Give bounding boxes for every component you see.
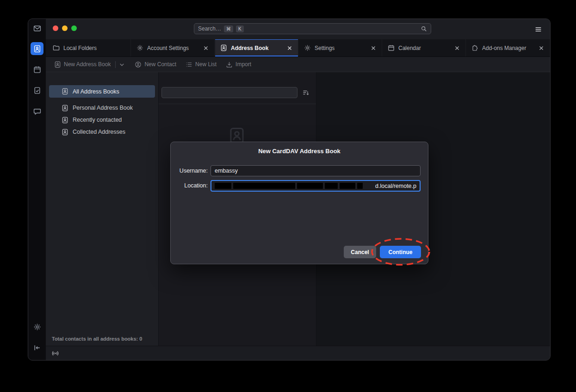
- gear-icon: [33, 323, 41, 331]
- address-book-toolbar: New Address Book New Contact New List Im…: [46, 57, 550, 72]
- search-icon: [421, 25, 427, 32]
- account-settings-icon: [136, 44, 143, 51]
- list-icon: [186, 61, 192, 68]
- tab-label: Address Book: [231, 45, 283, 51]
- thunderbird-window: Search… ⌘ K Local Folders Account Settin…: [28, 19, 551, 361]
- traffic-lights: [53, 25, 77, 31]
- tab-strip: Local Folders Account Settings Address B…: [46, 39, 550, 57]
- new-contact-label: New Contact: [144, 61, 176, 68]
- gear-icon: [304, 44, 311, 51]
- new-list-button[interactable]: New List: [186, 61, 217, 68]
- address-book-icon: [62, 117, 68, 124]
- mail-icon: [33, 25, 41, 32]
- continue-button[interactable]: Continue: [380, 246, 421, 258]
- import-button[interactable]: Import: [226, 61, 251, 68]
- space-settings[interactable]: [31, 320, 43, 333]
- chat-icon: [33, 107, 41, 115]
- book-row-label: Recently contacted: [73, 117, 122, 123]
- address-books-list: All Address Books Personal Address Book …: [46, 72, 158, 138]
- close-tab-icon[interactable]: [370, 45, 377, 51]
- cancel-button[interactable]: Cancel: [344, 246, 376, 258]
- tab-local-folders[interactable]: Local Folders: [48, 39, 131, 56]
- zoom-window-button[interactable]: [71, 25, 77, 31]
- book-row-all-address-books[interactable]: All Address Books: [49, 85, 155, 98]
- tab-addons-manager[interactable]: Add-ons Manager: [466, 39, 550, 56]
- calendar-icon: [33, 66, 41, 74]
- global-search-placeholder: Search…: [198, 25, 221, 32]
- new-contact-button[interactable]: New Contact: [135, 61, 176, 68]
- space-address-book[interactable]: [31, 42, 43, 55]
- address-book-icon: [220, 44, 227, 51]
- book-row-recently-contacted[interactable]: Recently contacted: [49, 114, 155, 126]
- new-address-book-button[interactable]: New Address Book: [54, 61, 125, 68]
- tab-calendar[interactable]: Calendar: [383, 39, 466, 56]
- screen: Search… ⌘ K Local Folders Account Settin…: [0, 0, 576, 392]
- redaction-bar: [297, 183, 323, 189]
- spaces-toolbar: [28, 19, 46, 360]
- address-book-icon: [62, 129, 68, 136]
- global-search-field[interactable]: Search… ⌘ K: [194, 23, 431, 34]
- collapse-icon: [33, 344, 41, 352]
- new-list-label: New List: [195, 61, 217, 68]
- address-book-icon: [33, 45, 41, 53]
- folder-icon: [53, 44, 60, 51]
- redaction-bar: [233, 183, 295, 189]
- address-book-icon: [54, 61, 61, 68]
- app-menu-button[interactable]: [534, 25, 542, 33]
- redaction-bar: [215, 183, 231, 189]
- tab-account-settings[interactable]: Account Settings: [131, 39, 215, 56]
- location-input[interactable]: d.local/remote.p: [211, 180, 421, 192]
- book-row-collected-addresses[interactable]: Collected Addresses: [49, 126, 155, 138]
- tab-label: Account Settings: [147, 45, 199, 51]
- chevron-down-icon[interactable]: [118, 61, 125, 68]
- book-row-label: Personal Address Book: [73, 105, 133, 111]
- collapse-spaces-button[interactable]: [31, 341, 43, 354]
- book-row-personal[interactable]: Personal Address Book: [49, 102, 155, 114]
- address-book-icon: [62, 105, 68, 112]
- tab-label: Calendar: [398, 45, 450, 51]
- puzzle-icon: [471, 44, 478, 51]
- tab-label: Local Folders: [63, 45, 125, 51]
- total-contacts-status: Total contacts in all address books: 0: [52, 336, 142, 342]
- network-status-icon[interactable]: [51, 349, 59, 357]
- tab-label: Settings: [315, 45, 366, 51]
- close-tab-icon[interactable]: [203, 45, 209, 51]
- username-input[interactable]: [211, 165, 421, 176]
- address-books-pane: All Address Books Personal Address Book …: [46, 72, 159, 346]
- contacts-search-input[interactable]: [161, 87, 297, 98]
- redaction-bar: [325, 183, 338, 189]
- book-row-label: All Address Books: [73, 88, 119, 95]
- button-divider: [115, 61, 116, 68]
- close-tab-icon[interactable]: [286, 45, 293, 51]
- space-mail[interactable]: [31, 22, 43, 35]
- tasks-icon: [33, 87, 41, 94]
- close-tab-icon[interactable]: [538, 45, 545, 51]
- new-address-book-label: New Address Book: [64, 61, 111, 68]
- display-options-icon[interactable]: [302, 89, 310, 96]
- location-label: Location:: [175, 182, 208, 189]
- minimize-window-button[interactable]: [62, 25, 68, 31]
- redaction-bar: [340, 183, 355, 189]
- tab-label: Add-ons Manager: [482, 45, 534, 51]
- space-calendar[interactable]: [31, 63, 43, 76]
- k-key-badge: K: [236, 25, 244, 32]
- status-bar: [46, 346, 550, 360]
- import-icon: [226, 61, 233, 68]
- close-window-button[interactable]: [53, 25, 58, 31]
- titlebar: Search… ⌘ K: [46, 19, 550, 39]
- new-carddav-dialog: New CardDAV Address Book Username: Locat…: [170, 142, 428, 264]
- tab-address-book[interactable]: Address Book: [215, 39, 298, 56]
- address-book-icon: [62, 88, 68, 95]
- close-tab-icon[interactable]: [454, 45, 460, 51]
- location-value-tail: d.local/remote.p: [375, 183, 416, 189]
- cmd-key-badge: ⌘: [224, 25, 233, 32]
- import-label: Import: [235, 61, 251, 68]
- dialog-title: New CardDAV Address Book: [171, 148, 428, 155]
- new-contact-icon: [135, 61, 142, 68]
- calendar-icon: [388, 44, 395, 51]
- book-row-label: Collected Addresses: [73, 129, 125, 135]
- tab-settings[interactable]: Settings: [299, 39, 382, 56]
- redaction-bar: [357, 183, 363, 189]
- space-tasks[interactable]: [31, 84, 43, 97]
- space-chat[interactable]: [31, 105, 43, 118]
